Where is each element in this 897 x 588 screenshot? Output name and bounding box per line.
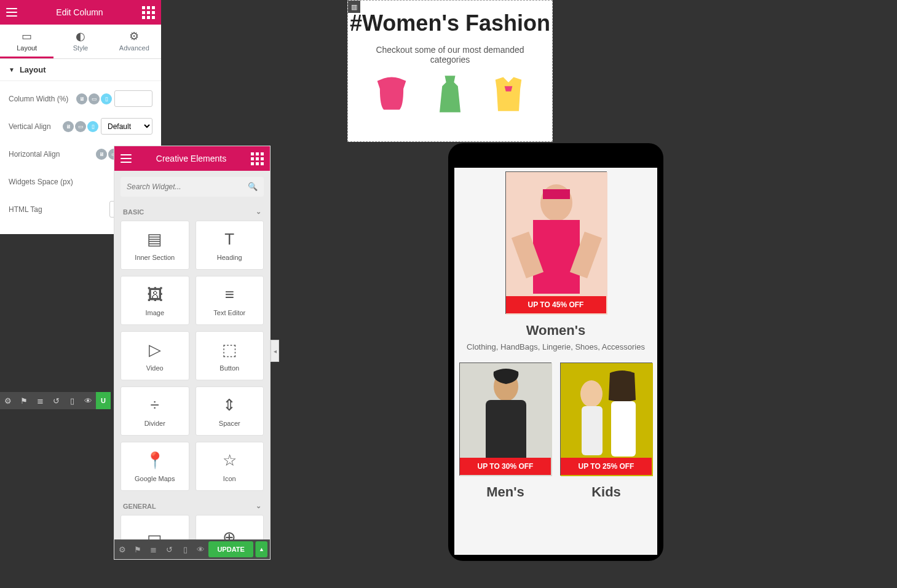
device-tablet[interactable]: ▭ (75, 121, 86, 132)
menu-icon[interactable] (121, 154, 132, 163)
panel2-footer: ⚙ ⚑ ≣ ↺ ▯ 👁 UPDATE ▲ (114, 539, 270, 559)
menu-icon[interactable] (6, 8, 17, 17)
star-icon: ☆ (223, 451, 237, 470)
blouse-icon (488, 73, 529, 115)
mobile-preview-screen: UP TO 45% OFF Women's Clothing, HandBags… (454, 168, 657, 555)
undo-icon[interactable]: ↺ (48, 396, 64, 406)
widget-text-editor[interactable]: ≡Text Editor (196, 276, 264, 325)
kids-discount-band: UP TO 25% OFF (561, 458, 652, 475)
device-switcher: 🖥▭▯ (76, 93, 112, 104)
tab-advanced[interactable]: ⚙Advanced (108, 25, 161, 58)
svg-point-10 (580, 380, 603, 407)
men-card[interactable]: UP TO 30% OFF Men's (459, 363, 551, 500)
category-icons (348, 73, 552, 115)
mobile-icon[interactable]: ▯ (64, 396, 80, 406)
update-button-truncated[interactable]: U (96, 392, 111, 409)
widget-icon[interactable]: ☆Icon (196, 442, 264, 491)
widget-google-maps[interactable]: 📍Google Maps (121, 442, 189, 491)
women-discount-band: UP TO 45% OFF (506, 296, 606, 313)
collapse-panel-button[interactable]: ◂ (271, 340, 279, 362)
section-handle-icon[interactable]: ▥ (348, 1, 360, 13)
panel1-footer: ⚙ ⚑ ≣ ↺ ▯ 👁 U (0, 392, 111, 409)
dress-icon (429, 73, 471, 115)
settings-icon[interactable]: ⚙ (114, 545, 130, 554)
tab-style[interactable]: ◐Style (53, 25, 107, 58)
widget-generic[interactable]: ⊕ (196, 515, 264, 539)
widget-image[interactable]: 🖼Image (121, 276, 189, 325)
advanced-icon: ⚙ (108, 29, 161, 43)
device-desktop[interactable]: 🖥 (96, 149, 107, 160)
mobile-icon[interactable]: ▯ (177, 545, 193, 554)
tab-layout[interactable]: ▭Layout (0, 25, 53, 58)
panel2-title: Creative Elements (156, 154, 226, 163)
heading-icon: T (224, 230, 234, 249)
widget-button[interactable]: ⬚Button (196, 331, 264, 380)
caret-down-icon: ▼ (9, 66, 15, 73)
image-icon: 🖼 (147, 285, 163, 304)
eye-icon[interactable]: 👁 (80, 396, 96, 406)
search-icon[interactable]: 🔍 (248, 182, 258, 191)
device-mobile[interactable]: ▯ (87, 121, 98, 132)
widget-generic[interactable]: ▭ (121, 515, 189, 539)
text-editor-icon: ≡ (225, 285, 234, 304)
device-mobile[interactable]: ▯ (101, 93, 112, 104)
svg-rect-3 (533, 220, 580, 294)
device-desktop[interactable]: 🖥 (76, 93, 87, 104)
cards-row: UP TO 30% OFF Men's UP TO 25% OFF Kids (459, 363, 652, 511)
video-icon: ▷ (149, 340, 161, 359)
category-general[interactable]: GENERAL⌄ (114, 497, 270, 515)
women-card[interactable]: UP TO 45% OFF Women's Clothing, HandBags… (459, 171, 652, 351)
preview-heading: #Women's Fashion (348, 10, 552, 36)
inner-section-icon: ▤ (147, 230, 162, 249)
section-layout[interactable]: ▼Layout (0, 59, 161, 81)
panel2-header: Creative Elements (114, 146, 270, 171)
button-icon: ⬚ (222, 340, 237, 359)
layers-icon[interactable]: ≣ (32, 396, 48, 406)
vertical-align-control: Vertical Align 🖥▭▯ Default (9, 112, 152, 140)
device-desktop[interactable]: 🖥 (63, 121, 74, 132)
flag-icon[interactable]: ⚑ (16, 396, 32, 406)
women-title: Women's (459, 323, 652, 339)
settings-icon[interactable]: ⚙ (0, 396, 16, 406)
widget-divider[interactable]: ÷Divider (121, 386, 189, 436)
grid-icon[interactable] (251, 152, 264, 165)
creative-elements-panel: Creative Elements 🔍 BASIC⌄ ▤Inner Sectio… (114, 146, 271, 560)
top-icon (371, 73, 413, 115)
column-width-input[interactable] (114, 90, 152, 107)
eye-icon[interactable]: 👁 (193, 545, 209, 554)
desktop-preview: ▥ #Women's Fashion Checkout some of our … (347, 0, 553, 142)
undo-icon[interactable]: ↺ (162, 545, 178, 554)
column-width-control: Column Width (%) 🖥▭▯ (9, 85, 152, 112)
update-button[interactable]: UPDATE (208, 541, 253, 557)
widget-spacer[interactable]: ⇕Spacer (196, 386, 264, 436)
grid-icon[interactable] (142, 6, 155, 19)
women-image: UP TO 45% OFF (505, 171, 607, 314)
men-discount-band: UP TO 30% OFF (460, 458, 551, 475)
divider-icon: ÷ (151, 396, 159, 415)
vertical-align-select[interactable]: Default (101, 118, 152, 135)
panel-header: Edit Column (0, 0, 161, 25)
widgets-grid: ▤Inner Section THeading 🖼Image ≡Text Edi… (114, 221, 270, 497)
chevron-down-icon: ⌄ (256, 208, 261, 216)
men-image: UP TO 30% OFF (459, 363, 551, 476)
kids-card[interactable]: UP TO 25% OFF Kids (560, 363, 652, 500)
panel-tabs: ▭Layout ◐Style ⚙Advanced (0, 25, 161, 59)
widget-inner-section[interactable]: ▤Inner Section (121, 221, 189, 270)
device-tablet[interactable]: ▭ (89, 93, 100, 104)
widgets-grid-general: ▭ ⊕ (114, 515, 270, 539)
svg-rect-12 (582, 406, 603, 455)
update-caret[interactable]: ▲ (255, 541, 267, 557)
men-title: Men's (459, 484, 551, 500)
search-input[interactable] (121, 177, 264, 197)
svg-rect-2 (543, 189, 570, 199)
search-wrapper: 🔍 (114, 171, 270, 203)
flag-icon[interactable]: ⚑ (130, 545, 146, 554)
kids-image: UP TO 25% OFF (560, 363, 652, 476)
panel-title: Edit Column (56, 7, 103, 17)
widget-heading[interactable]: THeading (196, 221, 264, 270)
category-basic[interactable]: BASIC⌄ (114, 203, 270, 221)
spacer-icon: ⇕ (223, 396, 236, 415)
layers-icon[interactable]: ≣ (146, 545, 162, 554)
style-icon: ◐ (53, 29, 107, 43)
widget-video[interactable]: ▷Video (121, 331, 189, 380)
